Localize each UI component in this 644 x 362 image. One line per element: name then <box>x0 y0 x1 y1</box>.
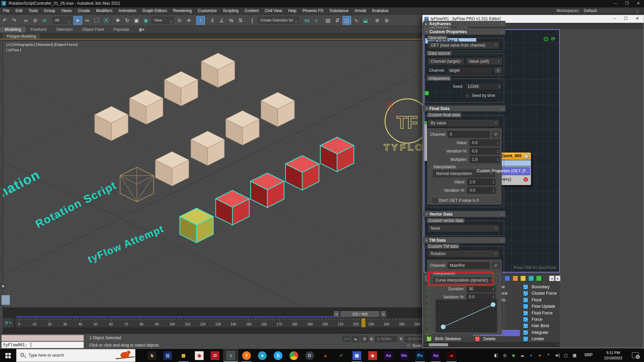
search-highlight-image[interactable] <box>116 350 135 361</box>
scroll-right-icon[interactable]: › <box>557 343 558 346</box>
ribbon-tab-populate[interactable]: Populate <box>109 26 134 33</box>
select-by-name-icon[interactable]: ≔ <box>83 16 92 25</box>
taskbar-app-game[interactable]: ♞ <box>144 349 160 362</box>
seed-by-time-checkbox[interactable]: Seed by time <box>465 93 495 98</box>
next-frame-button[interactable]: > <box>380 311 386 317</box>
viewport[interactable]: TFTYFLOWmationRotation ScripttyFlow Atte… <box>3 40 423 308</box>
float-value-spinner[interactable]: 0.0▲▼ <box>470 139 500 146</box>
rollout-custom-properties[interactable]: ▼Custom Properties <box>423 29 505 35</box>
menu-modifiers[interactable]: Modifiers <box>93 7 115 14</box>
float-multiplier-spinner[interactable]: 1.0▲▼ <box>470 156 500 163</box>
workspaces-dropdown[interactable]: Default <box>582 8 641 14</box>
tray-clock[interactable]: 5:11 PM12/19/2022 <box>599 350 627 361</box>
tyflow-maximize-button[interactable]: ☐ <box>620 15 632 23</box>
link-icon[interactable]: ∞ <box>21 16 30 25</box>
close-button[interactable]: ✕ <box>633 0 644 7</box>
rect-select-icon[interactable] <box>92 16 101 25</box>
track-bar[interactable] <box>15 328 423 333</box>
rollout-keyframes[interactable]: ▶Keyframes <box>423 21 505 27</box>
ribbon-toggle-icon[interactable]: ◫ <box>342 16 351 25</box>
interpolation-curve-graph[interactable] <box>436 300 497 333</box>
redo-icon[interactable]: ↷ <box>10 16 18 25</box>
interp-variation-spinner[interactable]: 0.0▲▼ <box>467 187 495 194</box>
depot-export-icon[interactable] <box>520 276 526 281</box>
expand-trackbar-button[interactable]: ▶ <box>1 284 6 289</box>
tray-defender-icon[interactable]: ◆ <box>511 353 517 359</box>
material-editor-icon[interactable]: ⊛ <box>373 16 382 25</box>
tyflow-minimize-button[interactable]: ─ <box>609 15 620 23</box>
unlink-icon[interactable]: ⊘ <box>31 16 40 25</box>
taskbar-app-check[interactable]: ✓ <box>333 349 349 362</box>
tray-chat-icon[interactable]: ◧ <box>493 353 499 359</box>
taskbar-app-edge[interactable]: e <box>255 349 270 362</box>
selection-set-dropdown[interactable]: Create Selection Se <box>258 17 299 23</box>
depot-object-icon[interactable] <box>513 276 518 281</box>
float-variation-spinner[interactable]: 0.0▲▼ <box>470 148 500 155</box>
float-channel-picker[interactable]: V <box>492 131 500 138</box>
render-setup-icon[interactable]: ⊜ <box>382 16 391 25</box>
tm-channel-picker[interactable]: V <box>492 262 500 269</box>
menu-rendering[interactable]: Rendering <box>170 7 195 14</box>
tray-caret-icon[interactable]: ^ <box>545 353 551 359</box>
taskbar-app-skype[interactable]: S <box>270 349 286 362</box>
taskbar-app-opera[interactable]: O <box>207 349 223 362</box>
ribbon-tab-object-paint[interactable]: Object Paint <box>77 26 109 33</box>
mini-curve-editor-button[interactable] <box>1 295 10 305</box>
menu-create[interactable]: Create <box>75 7 93 14</box>
menu-customize[interactable]: Customize <box>195 7 220 14</box>
angle-snap-icon[interactable]: ∠ <box>217 16 226 25</box>
select-rotate-icon[interactable]: ↻ <box>123 16 131 25</box>
tyflow-close-button[interactable]: ✕ <box>632 15 643 23</box>
scroll-left-icon[interactable]: ‹ <box>425 343 426 346</box>
start-button[interactable] <box>0 349 16 362</box>
float-channel-input[interactable]: 0 <box>447 131 490 138</box>
maximize-button[interactable]: ❐ <box>621 0 633 7</box>
mini-curve-editor-icon[interactable]: ≣∿ <box>3 318 14 328</box>
channel-picker-button[interactable]: V <box>494 67 502 74</box>
taskbar-app-chrome[interactable] <box>286 349 302 362</box>
tm-variation-spinner[interactable]: 0.0▲▼ <box>467 294 495 300</box>
operator-scrollbar[interactable]: ‹ › <box>424 342 560 347</box>
channel-input[interactable]: target <box>447 67 493 74</box>
taskbar-app-explorer[interactable]: ▦ <box>176 349 191 362</box>
depot-scroll-left-icon[interactable]: ◂ <box>549 276 554 281</box>
tray-keyboard-icon[interactable]: ▦ <box>572 353 578 359</box>
window-crossing-icon[interactable] <box>102 16 110 25</box>
absolute-mode-icon[interactable]: ⊞ <box>361 336 368 342</box>
taskbar-app-vlc[interactable]: ▲ <box>318 349 333 362</box>
bind-spacewarp-icon[interactable]: ≋ <box>40 16 49 25</box>
menu-tools[interactable]: Tools <box>25 7 41 14</box>
value-self-dropdown[interactable]: Value (self) <box>466 58 502 65</box>
tm-mode-dropdown[interactable]: Rotation <box>428 250 499 257</box>
operation-dropdown[interactable]: GET (load value from channel) <box>428 42 499 49</box>
lightbulb-icon[interactable] <box>524 154 529 159</box>
layer-manager-icon[interactable]: ▤ <box>324 16 332 25</box>
tray-volume-icon[interactable]: ◄) <box>554 353 560 359</box>
minimize-button[interactable]: ─ <box>610 0 621 7</box>
taskbar-app-me[interactable]: Me <box>396 349 412 362</box>
duration-spinner[interactable]: 30▲▼ <box>467 286 495 292</box>
timeline-playhead[interactable] <box>361 318 366 327</box>
time-slider[interactable]: 225 / 400 <box>340 311 380 317</box>
snap-3d-icon[interactable]: 3 <box>208 16 217 25</box>
prev-frame-button[interactable]: < <box>333 311 339 317</box>
select-move-icon[interactable]: ✚ <box>113 16 122 25</box>
selection-lock-icon[interactable]: 🔒︎ <box>352 336 359 342</box>
taskbar-app-eye[interactable]: ◉ <box>192 349 207 362</box>
operator-row-custom-properties[interactable]: ▶ Custom Properties (GET: [F... <box>467 167 531 175</box>
ribbon-tab-modeling[interactable]: Modeling <box>0 26 26 33</box>
taskbar-app-discord[interactable]: D <box>302 349 317 362</box>
seed-spinner[interactable]: 12345▲▼ <box>465 83 501 90</box>
taskbar-app-ae[interactable]: Ae <box>381 349 396 362</box>
isolate-selection-icon[interactable]: ⌐¬ <box>343 336 350 342</box>
menu-help[interactable]: Help <box>285 7 300 14</box>
spinner-snap-icon[interactable]: ⇅ <box>236 16 245 25</box>
scene-explorer-icon[interactable]: ⇵ <box>333 16 342 25</box>
taskbar-app-notes[interactable]: ▤ <box>160 349 175 362</box>
use-pivot-icon[interactable]: ⊙ <box>175 16 184 25</box>
named-sets-icon[interactable]: { <box>248 16 257 25</box>
rollout-tm-data[interactable]: ▼TM Data <box>423 237 505 243</box>
menu-animation[interactable]: Animation <box>115 7 139 14</box>
mirror-icon[interactable]: ⋈ <box>303 16 311 25</box>
align-icon[interactable]: ≡ <box>312 16 321 25</box>
